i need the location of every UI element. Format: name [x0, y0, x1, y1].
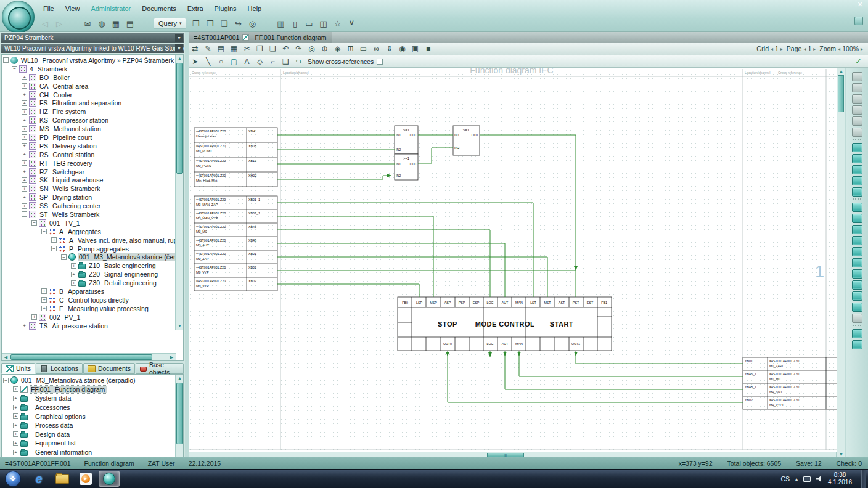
redo-icon[interactable]: ↷: [292, 43, 305, 54]
tree-item[interactable]: + Equipment list: [2, 439, 176, 448]
line-tool-icon[interactable]: ╲: [202, 56, 215, 67]
sheet-icon[interactable]: ▭: [357, 43, 370, 54]
tree-expander[interactable]: +: [51, 237, 57, 243]
main-function-block[interactable]: FB0 LSP MSP ASP PSP ESP LOC AUT MAN LST …: [398, 297, 612, 351]
back-icon[interactable]: ◁: [38, 17, 52, 30]
tree-item[interactable]: + KS Compressor station: [2, 116, 176, 124]
copy-icon[interactable]: ❐: [253, 43, 266, 54]
tree-item[interactable]: + C Control loops directly: [2, 296, 176, 304]
zoom-select-icon[interactable]: ◈: [331, 43, 344, 54]
window-close-button[interactable]: ✕: [855, 1, 865, 9]
tree-expander[interactable]: +: [22, 169, 27, 174]
input-signal-table-2[interactable]: =4ST001AP001.Z20 M3_MAN_ZAP XB01_1 =4ST0…: [194, 196, 277, 291]
print-icon[interactable]: ▤: [215, 43, 227, 54]
scroll-up-icon[interactable]: ▲: [837, 68, 845, 75]
taskbar-ie-icon[interactable]: e: [28, 471, 49, 487]
crossref-icon[interactable]: ↪: [292, 56, 305, 67]
columns-icon[interactable]: ◫: [316, 17, 330, 30]
navigator-tab[interactable]: Documents: [83, 363, 135, 374]
tree-expander[interactable]: +: [22, 160, 27, 166]
open-document-icon[interactable]: ✉: [81, 17, 94, 30]
tree-expander[interactable]: −: [3, 57, 9, 63]
tree-expander[interactable]: +: [31, 314, 37, 320]
tree-item[interactable]: + Process data: [2, 421, 176, 430]
stencil-icon[interactable]: [852, 225, 862, 234]
input-signal-table-1[interactable]: =4ST001AP001.Z20 Havarijní stav XM4 =4ST…: [194, 128, 277, 187]
stencil-icon[interactable]: [852, 116, 862, 126]
tree-expander[interactable]: +: [22, 126, 27, 132]
stencil-icon[interactable]: [852, 128, 862, 137]
tree-item[interactable]: + A Valves incl. drive, also manual, rup…: [2, 236, 176, 245]
stencil-icon[interactable]: [852, 83, 862, 92]
stencil-icon[interactable]: [853, 325, 861, 327]
menu-item[interactable]: Extra: [182, 4, 208, 15]
sep[interactable]: [137, 17, 151, 30]
doc-tree-scrollbar[interactable]: ▲ ▼: [175, 375, 183, 467]
tree-horizontal-scrollbar[interactable]: ◀ ▶: [2, 353, 176, 360]
tree-item[interactable]: − A Aggregates: [2, 227, 176, 236]
or-gate-2[interactable]: >=1 IN1 OUT IN2: [395, 154, 418, 180]
plugin-icon[interactable]: ⊻: [345, 17, 358, 30]
language-indicator[interactable]: CS: [780, 475, 790, 482]
tree-expander[interactable]: −: [51, 246, 57, 251]
tree-expander[interactable]: +: [22, 109, 27, 115]
tree-item[interactable]: + System data: [2, 394, 176, 403]
scrollbar-thumb[interactable]: [176, 383, 183, 444]
save-icon[interactable]: ▦: [227, 43, 240, 54]
print-icon[interactable]: ▤: [123, 17, 137, 30]
menu-item[interactable]: Plugins: [210, 4, 242, 15]
import-package-icon[interactable]: ❐: [203, 17, 216, 30]
hidden-icons-arrow[interactable]: ▴: [795, 476, 798, 482]
find-icon[interactable]: ◎: [245, 17, 259, 30]
tree-expander[interactable]: +: [71, 272, 76, 277]
taskbar-engineering-app-icon[interactable]: [99, 471, 120, 487]
stencil-icon[interactable]: [852, 214, 862, 223]
tree-item[interactable]: + Z30 Detail engineering: [2, 279, 176, 287]
tree-item[interactable]: + Design data: [2, 430, 176, 439]
tree-expander[interactable]: +: [13, 413, 18, 419]
mdi-window-button[interactable]: [854, 17, 863, 25]
tree-expander[interactable]: +: [41, 297, 47, 303]
stencil-icon[interactable]: [852, 269, 862, 279]
device-icon[interactable]: ▯: [288, 17, 301, 30]
stencil-icon[interactable]: [852, 303, 862, 312]
tree-expander[interactable]: −: [41, 229, 47, 234]
stencil-icon[interactable]: [852, 176, 862, 185]
tree-expander[interactable]: +: [41, 306, 47, 311]
rect-tool-icon[interactable]: ▢: [227, 56, 240, 67]
tree-item[interactable]: + E Measuring value processing: [2, 304, 176, 313]
tree-item[interactable]: + RT TEG recovery: [2, 159, 176, 168]
sep[interactable]: [260, 17, 273, 30]
tree-expander[interactable]: −: [12, 66, 17, 71]
connection-wires[interactable]: [277, 135, 743, 402]
tree-item[interactable]: + PS Delivery station: [2, 142, 176, 150]
tree-item[interactable]: − WL10 Pracovní vrstva Algoritmy » PZP04…: [2, 56, 176, 65]
tree-vertical-scrollbar[interactable]: ▲ ▼: [175, 55, 183, 330]
refresh-view-icon[interactable]: ⇄: [189, 43, 202, 54]
stencil-icon[interactable]: [852, 154, 862, 163]
tree-expander[interactable]: +: [22, 83, 27, 89]
document-tab[interactable]: =4ST001AP001 FF.001 Function diagram: [189, 32, 332, 43]
stencil-icon[interactable]: [852, 329, 862, 338]
tree-item[interactable]: + FS Filtration and separation: [2, 99, 176, 107]
forward-icon[interactable]: ▷: [52, 17, 66, 30]
scroll-right-icon[interactable]: ▶: [168, 354, 176, 360]
zoom-icon[interactable]: ◎: [305, 43, 318, 54]
tree-expander[interactable]: +: [22, 100, 27, 106]
symbol-tool-icon[interactable]: ◇: [253, 56, 266, 67]
increase-icon[interactable]: ▸: [780, 46, 783, 52]
stencil-icon[interactable]: [852, 94, 862, 104]
stencil-icon[interactable]: [852, 258, 862, 267]
pan-icon[interactable]: ⊕: [318, 43, 331, 54]
tree-expander[interactable]: −: [22, 211, 27, 217]
stencil-icon[interactable]: [852, 236, 862, 245]
zoom-page-icon[interactable]: ⊞: [344, 43, 357, 54]
tree-expander[interactable]: −: [3, 378, 9, 383]
cut-icon[interactable]: ✂: [240, 43, 253, 54]
output-signal-table[interactable]: YB01 =4ST001AP001.Z20 M0_ZAPI YB46_1 =4S…: [743, 357, 837, 409]
tree-expander[interactable]: +: [71, 263, 76, 269]
tree-expander[interactable]: +: [22, 75, 27, 80]
send-back-icon[interactable]: ▣: [409, 43, 422, 54]
or-gate-3[interactable]: >=1 IN1 OUT IN2: [453, 126, 480, 155]
tree-item[interactable]: + PD Pipeline court: [2, 133, 176, 142]
